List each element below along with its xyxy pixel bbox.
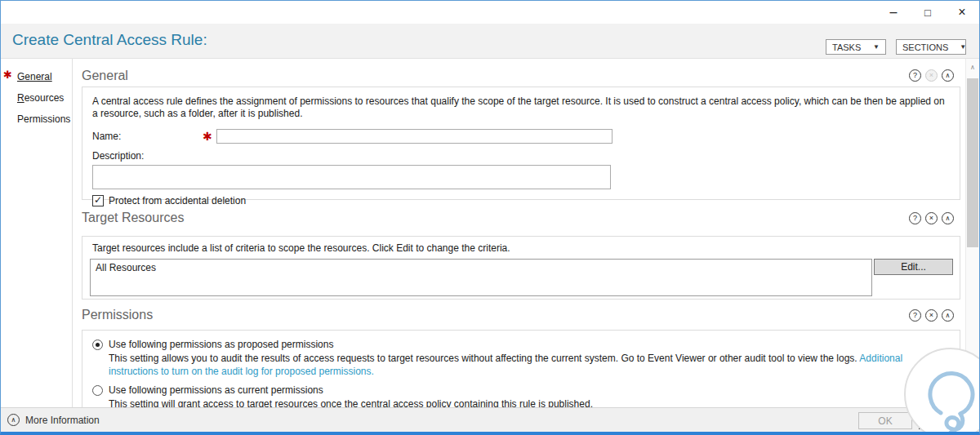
remove-section-icon[interactable]: × — [925, 309, 938, 322]
chevron-down-icon: ▼ — [873, 43, 880, 51]
target-resources-list[interactable]: All Resources — [90, 259, 872, 296]
description-text: This setting allows you to audit the res… — [109, 353, 859, 364]
more-information-label: More Information — [25, 415, 100, 426]
chevron-down-icon: ▼ — [960, 43, 966, 51]
tasks-label: TASKS — [832, 42, 861, 52]
help-icon[interactable]: ? — [909, 309, 921, 322]
vertical-scrollbar[interactable]: ∧ ∨ — [965, 59, 979, 408]
sidebar-item-label: Resources — [17, 92, 64, 104]
sections-dropdown-button[interactable]: SECTIONS ▼ — [896, 39, 966, 55]
remove-section-icon[interactable]: × — [925, 212, 938, 224]
proposed-permissions-description: This setting allows you to audit the res… — [109, 352, 950, 378]
description-label: Description: — [92, 150, 950, 162]
more-information-expander[interactable]: ∧ More Information — [7, 414, 100, 426]
create-central-access-rule-dialog: – □ × Create Central Access Rule: TASKS … — [0, 0, 980, 435]
help-icon[interactable]: ? — [909, 69, 921, 82]
current-permissions-radio[interactable] — [92, 385, 103, 396]
sidebar-item-label: General — [17, 71, 52, 82]
sections-label: SECTIONS — [902, 42, 948, 52]
target-resources-section-title: Target Resources — [82, 211, 184, 225]
general-group-box: A central access rule defines the assign… — [82, 87, 960, 200]
general-section-controls: ? × ∧ — [909, 69, 954, 82]
maximize-icon[interactable]: □ — [911, 2, 945, 23]
protect-deletion-row: ✓ Protect from accidental deletion — [92, 195, 950, 206]
description-textarea[interactable] — [92, 165, 611, 189]
sidebar-item-permissions[interactable]: Permissions — [1, 109, 72, 130]
dialog-body: ✱ General Resources Permissions General … — [1, 59, 979, 408]
tasks-dropdown-button[interactable]: TASKS ▼ — [826, 39, 886, 55]
target-resources-section-controls: ? × ∧ — [909, 212, 954, 224]
general-section-title: General — [82, 69, 128, 83]
cancel-button[interactable]: Cancel — [919, 412, 977, 429]
sidebar-item-general[interactable]: ✱ General — [1, 66, 72, 87]
permissions-section-title: Permissions — [82, 308, 153, 322]
required-asterisk-icon: ✱ — [3, 69, 12, 81]
check-icon: ✓ — [94, 195, 102, 205]
proposed-permissions-label: Use following permissions as proposed pe… — [109, 339, 333, 350]
remove-section-icon: × — [925, 69, 938, 82]
target-resources-description: Target resources include a list of crite… — [92, 242, 950, 255]
sidebar-item-resources[interactable]: Resources — [1, 87, 72, 109]
name-input[interactable] — [216, 129, 612, 144]
dialog-header: Create Central Access Rule: TASKS ▼ SECT… — [1, 24, 979, 59]
close-icon[interactable]: × — [945, 2, 979, 23]
proposed-permissions-radio[interactable] — [92, 340, 103, 350]
title-bar: – □ × — [1, 1, 979, 24]
required-asterisk-icon: ✱ — [203, 130, 212, 143]
section-nav-sidebar: ✱ General Resources Permissions — [1, 59, 73, 408]
current-permissions-label: Use following permissions as current per… — [109, 384, 323, 396]
scroll-down-icon[interactable]: ∨ — [966, 393, 979, 406]
general-description: A central access rule defines the assign… — [92, 95, 950, 120]
ok-button[interactable]: OK — [858, 412, 912, 429]
protect-deletion-label: Protect from accidental deletion — [109, 195, 246, 206]
collapse-section-icon[interactable]: ∧ — [942, 69, 954, 82]
minimize-icon[interactable]: – — [876, 2, 911, 23]
collapse-section-icon[interactable]: ∧ — [942, 212, 954, 224]
protect-deletion-checkbox[interactable]: ✓ — [92, 195, 104, 206]
name-field-row: Name: ✱ — [92, 129, 950, 144]
scrollbar-thumb[interactable] — [967, 78, 978, 247]
page-title: Create Central Access Rule: — [12, 31, 207, 49]
name-label: Name: — [92, 131, 203, 142]
sections-content: General ? × ∧ A central access rule defi… — [74, 59, 965, 408]
scroll-up-icon[interactable]: ∧ — [966, 60, 979, 73]
help-icon[interactable]: ? — [909, 212, 921, 224]
permissions-section-controls: ? × ∧ — [909, 309, 954, 322]
proposed-permissions-row: Use following permissions as proposed pe… — [92, 339, 950, 350]
target-resources-group-box: Target resources include a list of crite… — [82, 236, 960, 300]
edit-button[interactable]: Edit... — [874, 259, 953, 275]
sidebar-item-label: Permissions — [17, 113, 70, 125]
list-item: All Resources — [96, 262, 866, 273]
collapse-section-icon[interactable]: ∧ — [942, 309, 954, 322]
expander-up-icon: ∧ — [7, 414, 20, 426]
dialog-footer: ∧ More Information OK Cancel — [1, 407, 979, 432]
current-permissions-row: Use following permissions as current per… — [92, 384, 950, 396]
